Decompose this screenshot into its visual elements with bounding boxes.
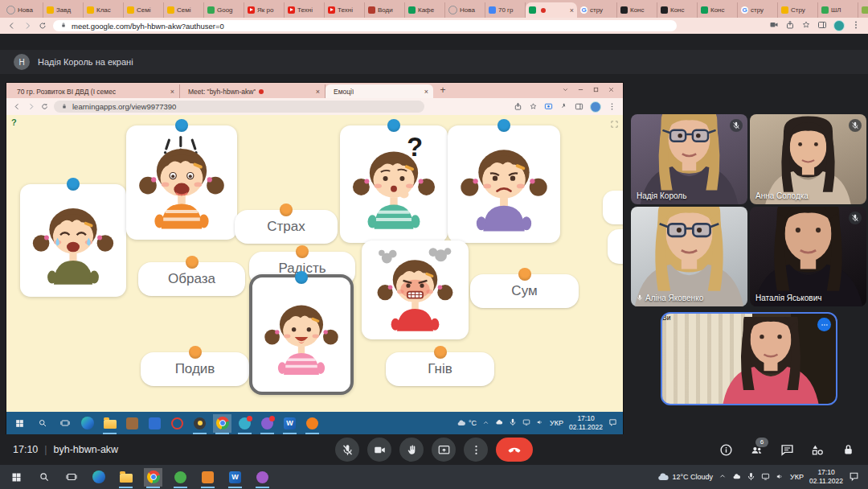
mic-icon[interactable] <box>747 472 755 483</box>
drag-dot[interactable] <box>518 268 531 281</box>
language-indicator[interactable]: УКР <box>550 419 563 427</box>
sidebar-icon[interactable] <box>575 100 583 114</box>
drag-dot[interactable] <box>67 178 80 191</box>
browser-tab[interactable]: 70 гр. Розвиток ВІ ДВД (І семес× <box>9 84 180 98</box>
shared-screen[interactable]: 70 гр. Розвиток ВІ ДВД (І семес×Meet: "b… <box>6 83 623 434</box>
drag-dot[interactable] <box>497 119 510 132</box>
word-card[interactable]: Страх <box>235 210 338 244</box>
drag-dot[interactable] <box>175 119 188 132</box>
chrome-icon[interactable] <box>145 470 161 485</box>
browser-tab[interactable]: Нова <box>445 2 485 18</box>
opera-icon[interactable] <box>170 416 185 431</box>
drag-dot[interactable] <box>434 346 447 359</box>
drag-dot[interactable] <box>186 256 199 269</box>
tab-close-icon[interactable]: × <box>170 88 174 96</box>
selected-picture-card[interactable] <box>249 274 354 395</box>
browser-tab[interactable]: ШЛ <box>818 2 858 18</box>
drag-dot[interactable] <box>295 271 308 284</box>
mic-icon[interactable] <box>509 418 517 428</box>
search-icon[interactable] <box>36 470 51 485</box>
info-button[interactable] <box>719 443 733 457</box>
reload-button[interactable] <box>38 21 47 31</box>
word-card[interactable]: Образа <box>138 262 245 296</box>
activities-button[interactable] <box>811 443 825 457</box>
browser-tab[interactable]: Емоції× <box>326 84 433 98</box>
participant-tile[interactable]: Надія Король <box>631 114 747 204</box>
edge-icon[interactable] <box>80 416 95 431</box>
participant-tile[interactable]: Аліна Яковенко <box>631 207 747 306</box>
more-options-button[interactable] <box>464 438 488 462</box>
browser-tab[interactable]: Конс <box>657 2 698 18</box>
browser-menu-icon[interactable] <box>608 100 616 114</box>
app-teal-icon[interactable] <box>237 416 252 431</box>
emotion-picture-card[interactable]: ? <box>340 125 448 243</box>
start-icon[interactable] <box>12 416 27 431</box>
mic-button[interactable] <box>335 438 359 462</box>
tray-expand-icon[interactable] <box>719 472 727 482</box>
browser-tab[interactable]: Семі <box>164 2 204 18</box>
share-icon[interactable] <box>785 18 795 33</box>
browser-tab[interactable]: 70 гр <box>485 2 526 18</box>
taskbar-clock[interactable]: 17:1002.11.2022 <box>569 414 603 431</box>
help-icon[interactable]: ? <box>11 117 17 127</box>
browser-tab[interactable]: Конс <box>698 2 738 18</box>
file-explorer-icon[interactable] <box>118 470 133 485</box>
tray-expand-icon[interactable] <box>482 419 489 428</box>
video-indicator-icon[interactable] <box>769 18 779 33</box>
emotion-picture-card[interactable] <box>20 184 126 297</box>
chrome-icon[interactable] <box>215 416 230 431</box>
bookmark-star-icon[interactable] <box>801 18 811 33</box>
maximize-icon[interactable] <box>592 86 600 95</box>
speaker-icon[interactable] <box>776 472 784 483</box>
cast-icon[interactable] <box>544 100 553 114</box>
browser-tab[interactable]: Клас <box>84 2 124 18</box>
firefox-icon[interactable] <box>305 416 320 431</box>
start-icon[interactable] <box>9 470 24 485</box>
address-bar[interactable]: learningapps.org/view9977390 <box>54 101 424 113</box>
file-explorer-icon[interactable] <box>102 416 117 431</box>
word-card[interactable]: Подив <box>141 352 249 386</box>
browser-tab[interactable]: Завд <box>43 2 84 18</box>
back-button[interactable] <box>13 102 22 111</box>
participant-tile[interactable]: Анна Солодка <box>750 114 866 204</box>
drag-dot[interactable] <box>296 245 309 258</box>
app-green-icon[interactable] <box>173 470 188 485</box>
drag-dot[interactable] <box>189 346 202 359</box>
word-card[interactable]: Гнів <box>386 352 494 386</box>
fullscreen-icon[interactable] <box>610 117 619 132</box>
self-view-tile[interactable]: Ви <box>661 312 837 405</box>
tile-options-button[interactable] <box>817 318 831 331</box>
emotion-picture-card[interactable] <box>126 125 237 240</box>
app-brown-icon[interactable] <box>125 416 140 431</box>
mail-icon[interactable] <box>147 416 162 431</box>
monitor-icon[interactable] <box>522 418 530 428</box>
emotion-picture-card[interactable] <box>362 240 469 339</box>
address-bar[interactable]: meet.google.com/byh-hbwn-akw?authuser=0 <box>53 20 677 31</box>
app-dark-icon[interactable] <box>192 416 207 431</box>
participant-tile[interactable]: Наталія Яськович <box>750 207 866 306</box>
weather-widget[interactable]: °C <box>457 418 477 428</box>
viber-icon[interactable] <box>260 416 275 431</box>
tab-close-icon[interactable]: × <box>316 88 320 96</box>
browser-menu-icon[interactable] <box>851 18 861 33</box>
drag-dot[interactable] <box>387 119 400 132</box>
people-button[interactable]: 6 <box>750 443 764 457</box>
browser-tab[interactable]: Техні <box>285 2 325 18</box>
reload-button[interactable] <box>40 102 49 111</box>
browser-tab[interactable]: Семі <box>124 2 164 18</box>
host-controls-button[interactable] <box>841 443 855 457</box>
task-view-icon[interactable] <box>57 416 72 431</box>
language-indicator[interactable]: УКР <box>790 473 804 481</box>
notification-center-icon[interactable] <box>849 471 859 483</box>
browser-tab[interactable]: Goog <box>204 2 244 18</box>
app-purple-icon[interactable] <box>255 470 270 485</box>
edge-icon[interactable] <box>91 470 106 485</box>
bookmark-star-icon[interactable] <box>529 100 538 114</box>
taskbar-clock[interactable]: 17:1002.11.2022 <box>809 468 843 485</box>
browser-tab[interactable]: Нова <box>3 2 43 18</box>
camera-button[interactable] <box>367 438 391 462</box>
browser-tab[interactable]: Стру <box>778 2 818 18</box>
drag-dot[interactable] <box>280 203 293 216</box>
browser-tab[interactable]: Кафе <box>405 2 445 18</box>
close-icon[interactable] <box>608 86 615 95</box>
